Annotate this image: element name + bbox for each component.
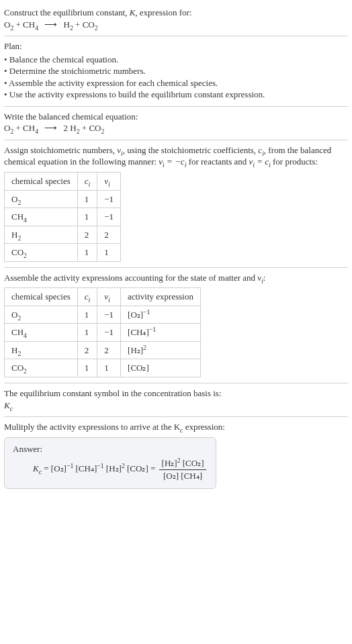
species-cell: O2 — [5, 306, 78, 324]
balanced-equation: O2 + CH4 ⟶ 2 H2 + CO2 — [4, 122, 348, 134]
ci-cell: 2 — [77, 226, 97, 244]
coef-h2: 2 — [64, 123, 69, 133]
col-activity: activity expression — [121, 288, 201, 306]
species-cell: CH4 — [5, 208, 78, 226]
nui-cell: −1 — [97, 306, 121, 324]
table-row: CH4 1 −1 — [5, 208, 121, 226]
species-cell: CO2 — [5, 244, 78, 262]
nui-cell: −1 — [97, 190, 121, 208]
plan-item: Use the activity expressions to build th… — [4, 89, 348, 101]
prompt-text: Construct the equilibrium constant, K, e… — [4, 7, 191, 17]
table-header-row: chemical species ci νi activity expressi… — [5, 288, 201, 306]
fraction-denominator: [O₂] [CH₄] — [159, 470, 207, 482]
arrow-icon: ⟶ — [44, 19, 57, 31]
ci-cell: 1 — [77, 306, 97, 324]
plan-item: Assemble the activity expression for eac… — [4, 77, 348, 89]
fraction: [H₂]2 [CO₂] [O₂] [CH₄] — [159, 457, 207, 481]
activity-section: Assemble the activity expressions accoun… — [4, 268, 348, 383]
species-cell: H2 — [5, 341, 78, 359]
ci-cell: 1 — [77, 359, 97, 377]
balanced-heading: Write the balanced chemical equation: — [4, 111, 348, 123]
prompt-section: Construct the equilibrium constant, K, e… — [4, 3, 348, 36]
nui-cell: −1 — [97, 324, 121, 342]
nui-cell: 1 — [97, 244, 121, 262]
activity-cell: [CH₄]−1 — [121, 324, 201, 342]
assign-text: Assign stoichiometric numbers, νi, using… — [4, 144, 348, 168]
table-row: CO2 1 1 — [5, 244, 121, 262]
nui-cell: 1 — [97, 359, 121, 377]
plan-list: Balance the chemical equation. Determine… — [4, 54, 348, 101]
plan-item: Determine the stoichiometric numbers. — [4, 65, 348, 77]
arrow-icon: ⟶ — [44, 122, 57, 134]
species-cell: CH4 — [5, 324, 78, 342]
nui-cell: −1 — [97, 208, 121, 226]
answer-box: Answer: Kc = [O₂]−1 [CH₄]−1 [H₂]2 [CO₂] … — [4, 437, 216, 490]
final-section: Mulitply the activity expressions to arr… — [4, 417, 348, 494]
nui-cell: 2 — [97, 341, 121, 359]
balanced-section: Write the balanced chemical equation: O2… — [4, 107, 348, 140]
prompt-line: Construct the equilibrium constant, K, e… — [4, 7, 348, 19]
kc-symbol-section: The equilibrium constant symbol in the c… — [4, 383, 348, 417]
table-row: O2 1 −1 — [5, 190, 121, 208]
nui-cell: 2 — [97, 226, 121, 244]
plan-heading: Plan: — [4, 40, 348, 52]
activity-table: chemical species ci νi activity expressi… — [4, 287, 201, 377]
table-header-row: chemical species ci νi — [5, 173, 121, 191]
col-ci: ci — [77, 173, 97, 191]
col-ci: ci — [77, 288, 97, 306]
species-cell: O2 — [5, 190, 78, 208]
final-line: Mulitply the activity expressions to arr… — [4, 421, 348, 433]
assign-section: Assign stoichiometric numbers, νi, using… — [4, 140, 348, 268]
ci-cell: 1 — [77, 208, 97, 226]
activity-cell: [O₂]−1 — [121, 306, 201, 324]
table-row: CO2 1 1 [CO₂] — [5, 359, 201, 377]
fraction-numerator: [H₂]2 [CO₂] — [159, 457, 207, 470]
activity-heading: Assemble the activity expressions accoun… — [4, 272, 348, 284]
table-row: H2 2 2 [H₂]2 — [5, 341, 201, 359]
answer-expression: Kc = [O₂]−1 [CH₄]−1 [H₂]2 [CO₂] = [H₂]2 … — [13, 457, 208, 481]
stoich-table: chemical species ci νi O2 1 −1 CH4 1 −1 … — [4, 172, 121, 262]
plan-section: Plan: Balance the chemical equation. Det… — [4, 36, 348, 107]
col-nui: νi — [97, 173, 121, 191]
answer-label: Answer: — [13, 443, 208, 455]
ci-cell: 2 — [77, 341, 97, 359]
species-cell: H2 — [5, 226, 78, 244]
species-cell: CO2 — [5, 359, 78, 377]
ci-cell: 1 — [77, 190, 97, 208]
col-species: chemical species — [5, 288, 78, 306]
ci-cell: 1 — [77, 244, 97, 262]
col-nui: νi — [97, 288, 121, 306]
table-row: H2 2 2 — [5, 226, 121, 244]
ci-cell: 1 — [77, 324, 97, 342]
table-row: O2 1 −1 [O₂]−1 — [5, 306, 201, 324]
activity-cell: [H₂]2 — [121, 341, 201, 359]
kc-line: The equilibrium constant symbol in the c… — [4, 387, 348, 400]
table-row: CH4 1 −1 [CH₄]−1 — [5, 324, 201, 342]
kc-symbol: Kc — [4, 400, 348, 412]
prompt-equation: O2 + CH4 ⟶ H2 + CO2 — [4, 19, 348, 31]
plan-item: Balance the chemical equation. — [4, 54, 348, 66]
col-species: chemical species — [5, 173, 78, 191]
activity-cell: [CO₂] — [121, 359, 201, 377]
